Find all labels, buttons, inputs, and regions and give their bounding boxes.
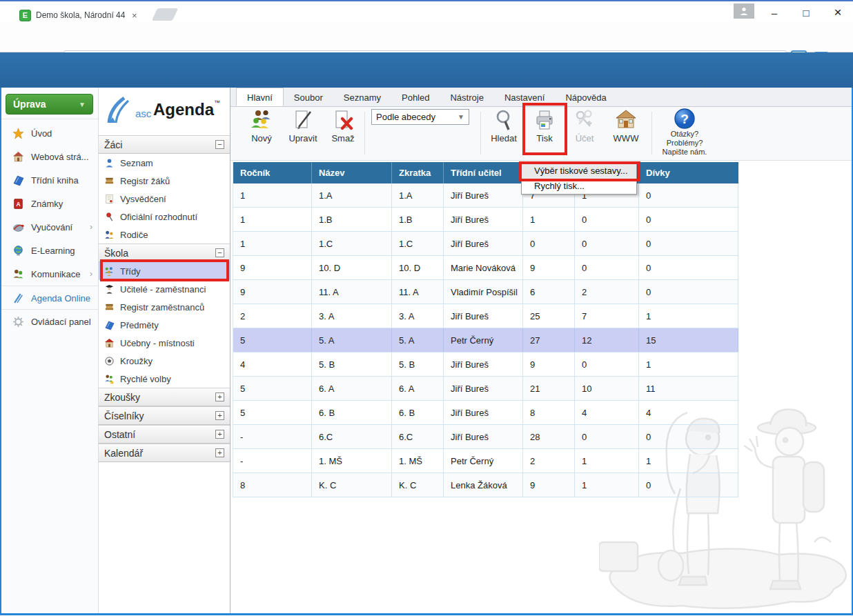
sort-select[interactable]: Podle abecedy ▼ — [371, 109, 469, 125]
delete-button[interactable]: Smaž — [327, 109, 359, 143]
sidebar-item-agenda-online[interactable]: Agenda Online — [1, 287, 98, 309]
collapse-icon[interactable]: − — [215, 140, 224, 149]
cell-tridni-ucitel: Jiří Bureš — [444, 208, 523, 231]
section-header-zkousky[interactable]: Zkoušky + — [99, 388, 230, 406]
minimize-button[interactable]: – — [759, 3, 790, 22]
menu-item-rychly-tisk[interactable]: Rychlý tisk... — [522, 179, 636, 194]
tab-seznamy[interactable]: Seznamy — [333, 88, 391, 107]
column-header-divky[interactable]: Dívky — [639, 162, 738, 183]
sidebar-item-uvod[interactable]: Úvod — [1, 121, 98, 145]
sidebar-item-ovladaci-panel[interactable]: Ovládací panel — [1, 310, 98, 332]
sidebar-item-vyucovani[interactable]: Vyučování › — [1, 215, 98, 239]
contact-help-button[interactable]: ? Otázky? Problémy? Napište nám. — [657, 108, 712, 157]
cell-col6: 7 — [575, 304, 639, 328]
agenda-item-ucebny-mistnosti[interactable]: Učebny - místnosti — [99, 334, 230, 352]
table-row[interactable]: 4 5. B 5. B Jiří Bureš 9 0 1 — [233, 352, 738, 377]
table-row[interactable]: - 1. MŠ 1. MŠ Petr Černý 2 1 1 — [233, 449, 738, 473]
agenda-item-registr-zamestnancu[interactable]: Registr zaměstnanců — [99, 298, 230, 316]
agenda-item-registr-zaku[interactable]: Registr žáků — [99, 172, 230, 190]
cell-col5: 8 — [523, 401, 575, 424]
section-header-ciselniky[interactable]: Číselníky + — [99, 406, 230, 425]
new-button[interactable]: Nový — [245, 109, 278, 143]
help-line: Problémy? — [667, 139, 703, 148]
table-row[interactable]: - 6.C 6.C Jiří Bureš 28 0 0 — [233, 425, 738, 449]
table-row[interactable]: 8 K. C K. C Lenka Žáková 9 1 0 — [233, 473, 738, 497]
section-header-zaci[interactable]: Žáci − — [99, 135, 230, 154]
tab-napoveda[interactable]: Nápověda — [555, 88, 616, 107]
table-row[interactable]: 5 5. A 5. A Petr Černý 27 12 15 — [233, 328, 738, 352]
table-row[interactable]: 1 1.A 1.A Jiří Bureš 7 1 0 — [233, 183, 738, 208]
new-tab-button[interactable] — [152, 8, 178, 21]
print-icon — [533, 109, 556, 131]
agenda-item-rodice[interactable]: Rodiče — [99, 226, 230, 244]
sort-value: Podle abecedy — [376, 112, 435, 122]
sidebar-item-elearning[interactable]: E-Learning — [1, 239, 98, 262]
agenda-item-rychle-volby[interactable]: Rychlé volby — [99, 370, 230, 388]
menu-item-vyber-tiskove-sestavy[interactable]: Výběr tiskové sestavy... — [522, 163, 636, 179]
certificate-icon — [104, 194, 115, 204]
close-button[interactable]: × — [823, 3, 853, 22]
agenda-item-vysvedceni[interactable]: Vysvědčení — [99, 190, 230, 208]
browser-tab[interactable]: E Demo škola, Národní 44 × — [12, 6, 148, 24]
toolbar-divider — [364, 112, 365, 155]
tab-hlavni[interactable]: Hlavní — [236, 88, 284, 106]
cell-divky: 0 — [639, 256, 738, 279]
column-header-zkratka[interactable]: Zkratka — [392, 162, 444, 183]
cell-tridni-ucitel: Jiří Bureš — [444, 425, 523, 448]
agenda-item-predmety[interactable]: Předměty — [99, 316, 230, 334]
sidebar-item-label: Agenda Online — [31, 293, 90, 304]
table-row[interactable]: 5 6. A 6. A Jiří Bureš 21 10 11 — [233, 377, 738, 401]
table-row[interactable]: 9 10. D 10. D Marie Nováková 9 0 0 — [233, 256, 738, 280]
cell-zkratka: K. C — [392, 473, 444, 497]
table-row[interactable]: 2 3. A 3. A Jiří Bureš 25 7 1 — [233, 304, 738, 328]
section-header-ostatni[interactable]: Ostatní + — [99, 425, 230, 444]
sidebar-item-webova-stranka[interactable]: Webová strá... — [1, 145, 98, 168]
browser-profile-icon[interactable] — [734, 3, 754, 19]
column-header-tridni-ucitel[interactable]: Třídní učitel — [444, 162, 523, 183]
agenda-item-krouzky[interactable]: Kroužky — [99, 352, 230, 370]
cell-nazev: 10. D — [312, 256, 392, 279]
sidebar-item-tridni-kniha[interactable]: Třídní kniha — [1, 168, 98, 192]
column-header-nazev[interactable]: Název — [312, 162, 392, 183]
agenda-item-seznam[interactable]: Seznam — [99, 154, 230, 172]
section-header-skola[interactable]: Škola − — [99, 244, 230, 262]
collapse-icon[interactable]: − — [215, 248, 224, 257]
print-button[interactable]: Tisk — [529, 109, 560, 143]
section-header-kalendar[interactable]: Kalendář + — [99, 444, 230, 462]
edit-menu-button[interactable]: Úprava ▼ — [6, 94, 93, 115]
maximize-button[interactable]: □ — [791, 3, 821, 22]
table-row[interactable]: 1 1.B 1.B Jiří Bureš 1 0 0 — [233, 208, 738, 232]
cell-col6: 10 — [575, 377, 639, 400]
table-row[interactable]: 1 1.C 1.C Jiří Bureš 0 0 0 — [233, 232, 738, 256]
app-header: E Demo škola, Národní 44, Havlov ? Průvo… — [0, 52, 853, 88]
cell-zkratka: 5. B — [392, 352, 444, 376]
www-button[interactable]: WWW — [609, 109, 643, 143]
cell-col5: 25 — [523, 304, 575, 328]
tab-nastaveni[interactable]: Nastavení — [494, 88, 556, 107]
cell-rocnik: 5 — [233, 377, 312, 400]
edit-button[interactable]: Upravit — [284, 109, 322, 143]
agenda-item-tridy[interactable]: Třídy — [99, 262, 230, 280]
sidebar-item-znamky[interactable]: A Známky — [1, 192, 98, 215]
tab-close-icon[interactable]: × — [132, 11, 137, 20]
expand-icon[interactable]: + — [215, 393, 224, 401]
edit-page-icon — [292, 109, 314, 131]
column-header-rocnik[interactable]: Ročník — [233, 162, 312, 183]
tab-pohled[interactable]: Pohled — [391, 88, 440, 107]
expand-icon[interactable]: + — [215, 448, 224, 457]
cell-divky: 0 — [639, 232, 738, 255]
search-button[interactable]: Hledat — [486, 109, 522, 143]
expand-icon[interactable]: + — [215, 430, 224, 439]
tab-soubor[interactable]: Soubor — [284, 88, 333, 107]
table-row[interactable]: 5 6. B 6. B Jiří Bureš 8 4 4 — [233, 401, 738, 425]
sidebar-item-komunikace[interactable]: Komunikace › — [1, 262, 98, 286]
agenda-item-label: Učebny - místnosti — [120, 338, 195, 348]
agenda-item-label: Kroužky — [120, 356, 153, 366]
tab-nastroje[interactable]: Nástroje — [440, 88, 493, 107]
agenda-item-ucitele-zamestnanci[interactable]: Učitelé - zaměstnanci — [99, 280, 230, 298]
delete-label: Smaž — [331, 133, 354, 143]
cell-col5: 6 — [523, 280, 575, 304]
expand-icon[interactable]: + — [215, 411, 224, 420]
table-row[interactable]: 9 11. A 11. A Vladimír Pospíšil 6 2 0 — [233, 280, 738, 304]
agenda-item-oficialni-rozhodnuti[interactable]: Oficiální rozhodnutí — [99, 208, 230, 226]
